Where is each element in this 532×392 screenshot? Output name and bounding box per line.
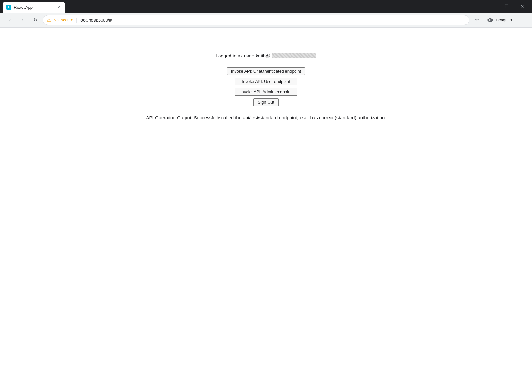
- close-button[interactable]: ✕: [515, 1, 529, 11]
- invoke-user-endpoint-button[interactable]: Invoke API: User endpoint: [235, 78, 297, 85]
- security-label: Not secure: [53, 18, 73, 22]
- new-tab-button[interactable]: +: [67, 4, 75, 13]
- logged-in-text: Logged in as user: keith@: [216, 53, 271, 58]
- window-controls: — ☐ ✕: [484, 1, 529, 11]
- title-bar: React App ✕ + — ☐ ✕: [0, 0, 532, 13]
- url-text: localhost:3000/#: [80, 18, 112, 23]
- tab-favicon: [6, 5, 11, 10]
- url-divider: |: [76, 17, 77, 23]
- back-button[interactable]: ‹: [5, 15, 15, 25]
- tab-title: React App: [14, 5, 53, 10]
- minimize-button[interactable]: —: [484, 1, 498, 11]
- forward-button[interactable]: ›: [18, 15, 28, 25]
- sign-out-button[interactable]: Sign Out: [253, 98, 279, 106]
- invoke-admin-endpoint-button[interactable]: Invoke API: Admin endpoint: [235, 88, 297, 96]
- browser-menu-button[interactable]: ⋮: [517, 15, 527, 25]
- maximize-button[interactable]: ☐: [499, 1, 514, 11]
- tab-strip: React App ✕ +: [3, 0, 481, 13]
- page-content: Logged in as user: keith@ Invoke API: Un…: [0, 28, 532, 392]
- refresh-button[interactable]: ↻: [30, 15, 40, 25]
- bookmark-button[interactable]: ☆: [472, 15, 482, 25]
- incognito-icon: [487, 17, 493, 23]
- tab-close-button[interactable]: ✕: [56, 4, 62, 10]
- address-bar[interactable]: ⚠ Not secure | localhost:3000/#: [43, 15, 469, 25]
- incognito-label: Incognito: [495, 18, 512, 22]
- active-tab[interactable]: React App ✕: [3, 2, 65, 13]
- user-email-redacted: [272, 53, 316, 58]
- nav-bar: ‹ › ↻ ⚠ Not secure | localhost:3000/# ☆ …: [0, 13, 532, 28]
- api-output-text: API Operation Output: Successfully calle…: [146, 115, 386, 120]
- browser-window: React App ✕ + — ☐ ✕ ‹ › ↻ ⚠ Not secure |…: [0, 0, 532, 392]
- invoke-unauthenticated-button[interactable]: Invoke API: Unauthenticated endpoint: [227, 67, 305, 75]
- security-warning-icon: ⚠: [47, 18, 51, 23]
- api-buttons-container: Invoke API: Unauthenticated endpoint Inv…: [227, 67, 305, 106]
- logged-in-message: Logged in as user: keith@: [216, 53, 317, 58]
- nav-actions: ☆ Incognito ⋮: [472, 15, 527, 25]
- incognito-button[interactable]: Incognito: [483, 16, 516, 24]
